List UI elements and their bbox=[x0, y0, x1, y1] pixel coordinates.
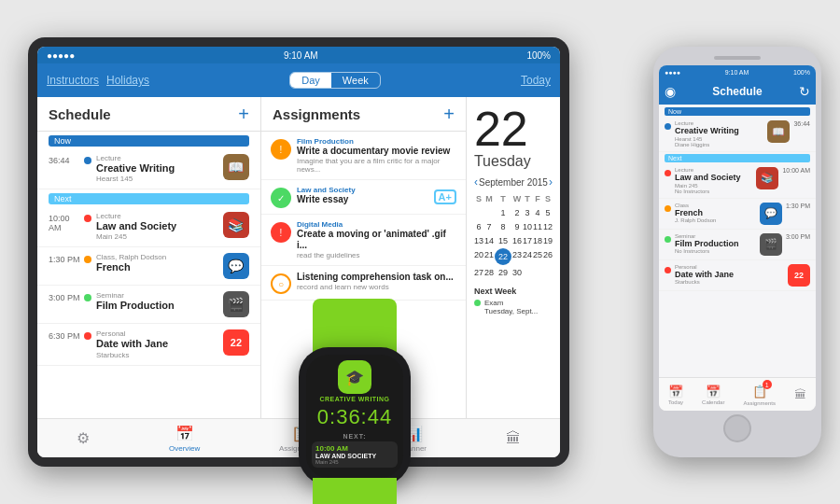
bottom-bar-settings[interactable]: ⚙ bbox=[77, 429, 90, 447]
phone-schedule-item[interactable]: Personal Date with Jane Starbucks 22 bbox=[659, 260, 816, 291]
phone-nav-refresh[interactable]: ↻ bbox=[799, 84, 810, 99]
next-week-title: Next Week bbox=[474, 287, 553, 296]
nav-day-week-segment[interactable]: Day Week bbox=[289, 72, 380, 89]
cal-day[interactable]: 5 bbox=[543, 206, 553, 219]
assignment-icon: ✓ bbox=[271, 188, 291, 208]
calendar-month-nav: ‹ September 2015 › bbox=[474, 175, 553, 189]
assignment-title: Listening comprehension task on... bbox=[297, 272, 456, 283]
assignments-add-button[interactable]: + bbox=[443, 105, 455, 123]
cal-day[interactable]: 9 bbox=[512, 220, 522, 233]
schedule-item[interactable]: 10:00 AM Lecture Law and Society Main 24… bbox=[37, 206, 260, 247]
phone-calendar-label: Calendar bbox=[702, 399, 724, 405]
phone-schedule-item[interactable]: Seminar Film Production No Instructors 🎬… bbox=[659, 230, 816, 260]
schedule-type: Lecture bbox=[96, 154, 223, 162]
assignment-item[interactable]: ! Digital Media Create a moving or 'anim… bbox=[261, 215, 466, 266]
nav-week-tab[interactable]: Week bbox=[331, 73, 380, 88]
watch-body: 🎓 CREATIVE WRITING 0:36:44 NEXT: 10:00 A… bbox=[299, 347, 411, 485]
watch-next-label: NEXT: bbox=[343, 433, 366, 440]
cal-day[interactable]: 2 bbox=[512, 206, 522, 219]
cal-day[interactable]: 15 bbox=[495, 234, 511, 247]
phone-item-info: Lecture Law and Society Main 245 No Inst… bbox=[675, 167, 752, 194]
phone-nav-title: Schedule bbox=[712, 85, 762, 98]
cal-day[interactable]: 27 bbox=[474, 266, 483, 279]
bottom-bar-more[interactable]: 🏛 bbox=[506, 430, 521, 447]
phone-item-sub2: Diane Higgins bbox=[675, 142, 763, 147]
nav-instructors-link[interactable]: Instructors bbox=[47, 74, 99, 87]
schedule-item[interactable]: 6:30 PM Personal Date with Jane Starbuck… bbox=[37, 324, 260, 365]
phone-today-icon: 📅 bbox=[668, 385, 683, 399]
phone-schedule-item[interactable]: Lecture Creative Writing Hearst 145 Dian… bbox=[659, 117, 816, 152]
phone-item-sub: No Instructors bbox=[675, 248, 756, 254]
schedule-item[interactable]: 36:44 Lecture Creative Writing Hearst 14… bbox=[37, 148, 260, 189]
phone-item-icon: 22 bbox=[788, 264, 810, 287]
cal-day[interactable]: 1 bbox=[495, 206, 511, 219]
phone-schedule-item[interactable]: Lecture Law and Society Main 245 No Inst… bbox=[659, 163, 816, 199]
cal-day[interactable]: 3 bbox=[523, 206, 532, 219]
cal-day-today[interactable]: 22 bbox=[495, 248, 511, 265]
cal-day[interactable]: 10 bbox=[523, 220, 532, 233]
cal-day[interactable]: 18 bbox=[533, 234, 542, 247]
cal-day[interactable]: 17 bbox=[523, 234, 532, 247]
assignment-item[interactable]: ✓ Law and Society Write essay A+ bbox=[261, 180, 466, 215]
schedule-item-title: Date with Jane bbox=[96, 338, 223, 350]
phone-battery: 100% bbox=[793, 69, 810, 76]
schedule-item[interactable]: 3:00 PM Seminar Film Production 🎬 bbox=[37, 286, 260, 324]
cal-day[interactable]: 26 bbox=[543, 248, 553, 265]
next-week-sub: Tuesday, Sept... bbox=[484, 307, 553, 315]
bottom-bar-overview[interactable]: 📅 Overview bbox=[169, 425, 200, 453]
assignment-item[interactable]: ○ Listening comprehension task on... rec… bbox=[261, 266, 466, 301]
phone-bottom-assignments[interactable]: 📋 1 Assignments bbox=[744, 383, 776, 406]
cal-day[interactable]: 16 bbox=[512, 234, 522, 247]
cal-day[interactable]: 7 bbox=[484, 220, 494, 233]
nav-today-button[interactable]: Today bbox=[521, 74, 551, 87]
cal-day[interactable]: 6 bbox=[474, 220, 483, 233]
cal-day[interactable]: 28 bbox=[484, 266, 494, 279]
schedule-dot bbox=[84, 157, 91, 164]
cal-day[interactable]: 8 bbox=[495, 220, 511, 233]
cal-day[interactable]: 20 bbox=[474, 248, 483, 265]
watch-next-loc: Main 245 bbox=[315, 459, 394, 465]
phone-signal: ●●●● bbox=[665, 69, 680, 76]
cal-day[interactable] bbox=[474, 206, 483, 219]
cal-day[interactable]: 21 bbox=[484, 248, 494, 265]
cal-day[interactable]: 4 bbox=[533, 206, 542, 219]
phone-home-button[interactable] bbox=[723, 414, 751, 442]
cal-day[interactable]: 19 bbox=[543, 234, 553, 247]
cal-day[interactable]: 23 bbox=[512, 248, 522, 265]
phone-bottom-today[interactable]: 📅 Today bbox=[668, 385, 683, 405]
watch-app-icon: 🎓 bbox=[338, 360, 371, 394]
cal-day[interactable]: 29 bbox=[495, 266, 511, 279]
cal-day[interactable]: 25 bbox=[533, 248, 542, 265]
phone-item-icon: 💬 bbox=[760, 203, 782, 225]
schedule-add-button[interactable]: + bbox=[238, 105, 249, 123]
calendar-next-button[interactable]: › bbox=[549, 175, 553, 189]
schedule-item[interactable]: 1:30 PM Class, Ralph Dodson French 💬 bbox=[37, 247, 260, 286]
nav-holidays-link[interactable]: Holidays bbox=[106, 74, 149, 87]
cal-day[interactable]: 12 bbox=[543, 220, 553, 233]
iphone: ●●●● 9:10 AM 100% ◉ Schedule ↻ Now Lectu… bbox=[653, 47, 821, 457]
cal-day[interactable]: 30 bbox=[512, 266, 522, 279]
phone-item-dot bbox=[665, 170, 671, 176]
assignment-info: Digital Media Create a moving or 'animat… bbox=[297, 220, 456, 259]
schedule-info: Seminar Film Production bbox=[96, 291, 223, 312]
nav-day-tab[interactable]: Day bbox=[290, 73, 331, 88]
cal-day[interactable]: 14 bbox=[484, 234, 494, 247]
cal-day[interactable]: 13 bbox=[474, 234, 483, 247]
assignment-course: Film Production bbox=[297, 137, 456, 146]
phone-bottom-calendar[interactable]: 📅 Calendar bbox=[702, 385, 724, 405]
tablet-nav-left: Instructors Holidays bbox=[47, 74, 149, 87]
phone-bottom-more[interactable]: 🏛 bbox=[794, 387, 806, 401]
calendar-panel: 22 Tuesday ‹ September 2015 › S M T W T … bbox=[467, 97, 560, 418]
phone-status-bar: ●●●● 9:10 AM 100% bbox=[659, 65, 816, 78]
phone-now-badge: Now bbox=[665, 107, 810, 116]
cal-day[interactable]: 24 bbox=[523, 248, 532, 265]
phone-assignments-badge: 1 bbox=[763, 380, 772, 389]
assignment-item[interactable]: ! Film Production Write a documentary mo… bbox=[261, 132, 466, 180]
phone-schedule-item[interactable]: Class French J. Ralph Dodson 💬 1:30 PM bbox=[659, 199, 816, 230]
assignment-title: Write a documentary movie review bbox=[297, 146, 456, 157]
cal-day bbox=[543, 266, 553, 279]
cal-day[interactable]: 11 bbox=[533, 220, 542, 233]
calendar-prev-button[interactable]: ‹ bbox=[474, 175, 478, 189]
assignment-sub: read the guidelines bbox=[297, 251, 456, 259]
cal-day[interactable] bbox=[484, 206, 494, 219]
